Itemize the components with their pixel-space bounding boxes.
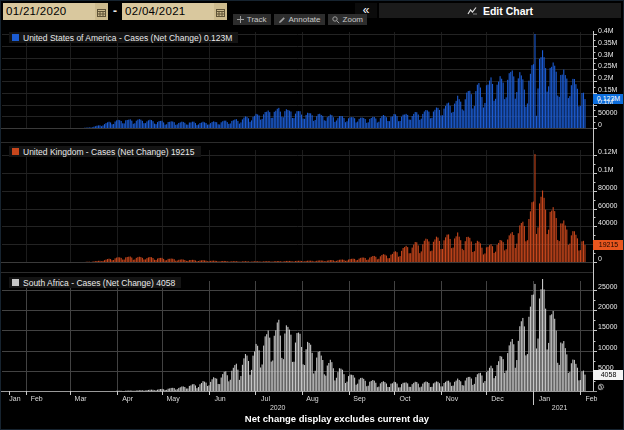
y-axis-tick-label: 0 [598, 120, 602, 129]
annotate-pencil-icon [278, 16, 286, 24]
y-axis-tick-label: 80000 [598, 183, 617, 192]
chart-footnote: Net change display excludes current day [245, 413, 429, 424]
y-axis-tick-label: 10000 [598, 343, 617, 352]
series-color-swatch [12, 279, 19, 286]
legend-label: United States of America - Cases (Net Ch… [23, 33, 232, 43]
y-axis-tick-label: 5000 [598, 363, 614, 372]
track-label: Track [247, 14, 267, 25]
y-axis-tick-label: 60000 [598, 201, 617, 210]
zoom-button[interactable]: Zoom [328, 14, 367, 25]
y-axis-tick-label: 0.1M [598, 165, 614, 174]
y-axis-tick-label: 40000 [598, 218, 617, 227]
y-axis-tick-label: 0.35M [598, 38, 617, 47]
track-crosshair-icon [237, 16, 244, 23]
legend-south-africa[interactable]: South Africa - Cases (Net Change) 4058 [9, 277, 181, 288]
x-axis-year-label: 2020 [270, 404, 286, 412]
y-axis-tick-label: 0.2M [598, 73, 614, 82]
x-axis-month-label: Apr [122, 395, 133, 403]
axis-settings-gear-icon[interactable]: ⚙ [597, 382, 605, 392]
chart-toolbar: Track Annotate Zoom [1, 14, 367, 25]
x-axis-month-label: Dec [491, 395, 503, 403]
chart-plot-canvas[interactable] [1, 29, 624, 430]
x-axis-month-label: Feb [585, 395, 597, 403]
track-button[interactable]: Track [233, 14, 271, 25]
y-axis-tick-label: 0 [598, 254, 602, 263]
x-axis-month-label: Jan [9, 395, 20, 403]
y-axis-tick-label: 0.1M [598, 97, 614, 106]
edit-chart-icon [467, 6, 478, 15]
y-axis-tick-label: 15000 [598, 322, 617, 331]
x-axis-month-label: May [166, 395, 179, 403]
y-axis-tick-label: 20000 [598, 302, 617, 311]
series-color-swatch [12, 34, 19, 41]
x-axis-month-label: Jun [214, 395, 225, 403]
last-value-badge-uk: 19215 [593, 240, 624, 250]
y-axis-tick-label: 0.12M [598, 147, 617, 156]
y-axis-tick-label: 50000 [598, 108, 617, 117]
y-axis-tick-label: 0.15M [598, 85, 617, 94]
y-axis-tick-label: 25000 [598, 282, 617, 291]
legend-label: United Kingdom - Cases (Net Change) 1921… [23, 147, 195, 157]
x-axis-month-label: Oct [400, 395, 411, 403]
y-axis-tick-label: 0.4M [598, 26, 614, 35]
edit-chart-button[interactable]: Edit Chart [379, 3, 621, 18]
y-axis-tick-label: 0.3M [598, 50, 614, 59]
series-color-swatch [12, 148, 19, 155]
edit-chart-label: Edit Chart [483, 5, 533, 17]
x-axis-month-label: Feb [31, 395, 43, 403]
terminal-chart-window: 01/21/2020 - 02/04/2021 « Edit Chart Tra… [0, 0, 624, 430]
legend-united-states[interactable]: United States of America - Cases (Net Ch… [9, 32, 238, 43]
legend-united-kingdom[interactable]: United Kingdom - Cases (Net Change) 1921… [9, 146, 201, 157]
legend-label: South Africa - Cases (Net Change) 4058 [23, 278, 175, 288]
x-axis-month-label: Nov [446, 395, 458, 403]
x-axis-month-label: Aug [306, 395, 318, 403]
annotate-button[interactable]: Annotate [274, 14, 325, 25]
annotate-label: Annotate [289, 14, 321, 25]
zoom-label: Zoom [343, 14, 363, 25]
zoom-magnifier-icon [332, 16, 340, 24]
x-axis-month-label: Jul [261, 395, 270, 403]
y-axis-tick-label: 0.25M [598, 61, 617, 70]
x-axis-month-label: Jan [539, 395, 550, 403]
x-axis-month-label: Sep [353, 395, 365, 403]
x-axis-month-label: Mar [75, 395, 87, 403]
x-axis-year-label: 2021 [552, 404, 568, 412]
